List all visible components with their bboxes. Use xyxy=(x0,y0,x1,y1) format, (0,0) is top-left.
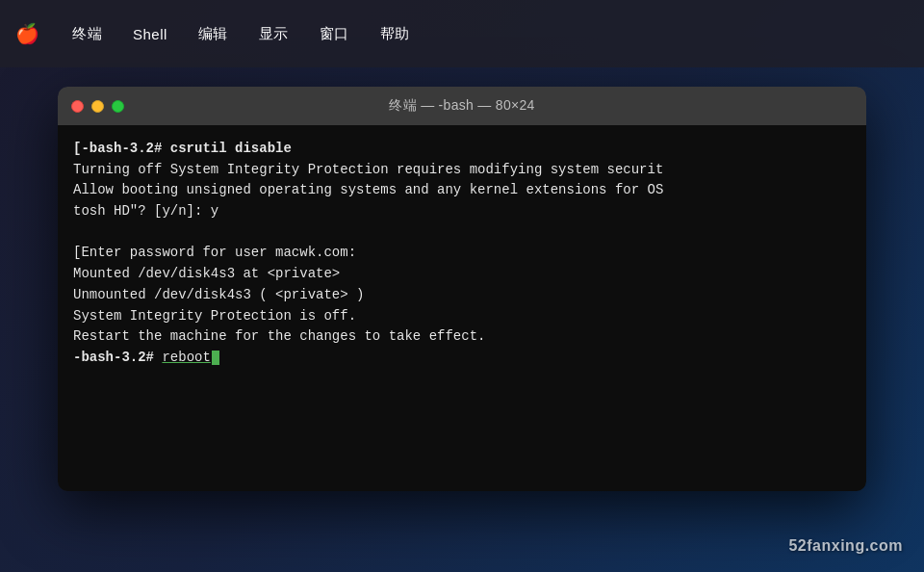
minimize-button[interactable] xyxy=(91,100,104,113)
terminal-line-1: [-bash-3.2# csrutil disable xyxy=(73,139,851,160)
terminal-title: 终端 — -bash — 80×24 xyxy=(389,97,534,115)
terminal-line-2: Turning off System Integrity Protection … xyxy=(73,160,851,181)
traffic-lights xyxy=(71,100,124,113)
terminal-line-10: -bash-3.2# reboot xyxy=(73,348,851,369)
terminal-line-8: System Integrity Protection is off. xyxy=(73,306,851,327)
maximize-button[interactable] xyxy=(112,100,124,113)
terminal-line-9: Restart the machine for the changes to t… xyxy=(73,326,851,348)
terminal-window: 终端 — -bash — 80×24 [-bash-3.2# csrutil d… xyxy=(58,87,866,491)
terminal-line-3: Allow booting unsigned operating systems… xyxy=(73,180,851,201)
menubar-shell[interactable]: Shell xyxy=(127,22,173,46)
watermark: 52fanxing.com xyxy=(788,537,903,555)
menubar-window[interactable]: 窗口 xyxy=(314,21,355,47)
terminal-line-7: Unmounted /dev/disk4s3 ( <private> ) xyxy=(73,285,851,306)
menubar: 🍎 终端 Shell 编辑 显示 窗口 帮助 xyxy=(0,0,924,67)
terminal-body[interactable]: [-bash-3.2# csrutil disable Turning off … xyxy=(58,125,866,491)
terminal-line-6: Mounted /dev/disk4s3 at <private> xyxy=(73,264,851,285)
terminal-line-5: [Enter password for user macwk.com: xyxy=(73,243,851,264)
menubar-help[interactable]: 帮助 xyxy=(374,21,416,47)
terminal-line-empty xyxy=(73,222,851,244)
menubar-view[interactable]: 显示 xyxy=(253,21,295,47)
apple-menu[interactable]: 🍎 xyxy=(15,22,39,45)
terminal-line-4: tosh HD"? [y/n]: y xyxy=(73,201,851,222)
menubar-edit[interactable]: 编辑 xyxy=(192,21,234,47)
menubar-terminal[interactable]: 终端 xyxy=(66,21,108,47)
terminal-cursor xyxy=(212,351,219,365)
terminal-titlebar: 终端 — -bash — 80×24 xyxy=(58,87,866,125)
close-button[interactable] xyxy=(71,100,84,113)
